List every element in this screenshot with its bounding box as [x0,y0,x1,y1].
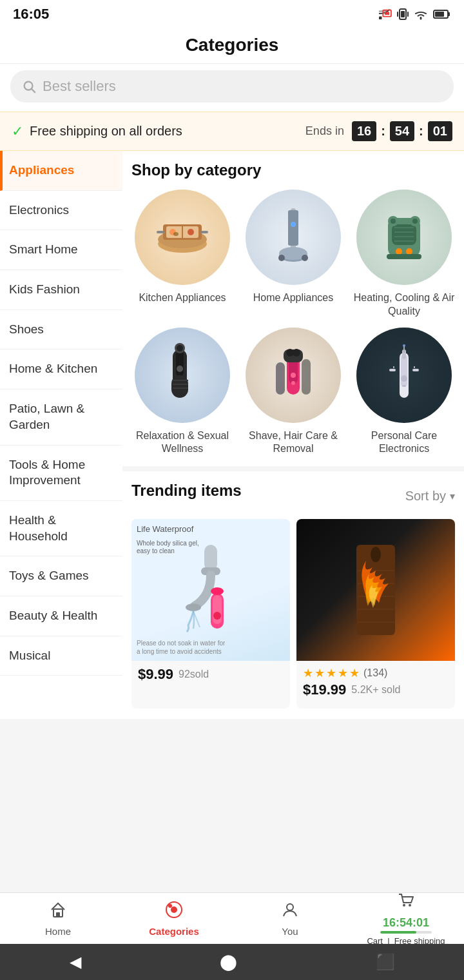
svg-rect-70 [389,369,396,371]
review-count-2: (134) [363,667,387,679]
star-1: ★ [303,666,313,680]
status-time: 16:05 [13,6,49,23]
svg-rect-76 [213,595,222,624]
svg-point-41 [412,219,418,224]
shipping-right: Ends in 16 : 54 : 01 [305,121,452,141]
sidebar-item-toys[interactable]: Toys & Games [0,556,122,596]
svg-point-37 [406,248,412,255]
recents-button[interactable]: ⬛ [376,953,395,971]
check-icon: ✓ [12,123,23,140]
search-bar-container: Best sellers [0,64,464,112]
sidebar-item-beauty[interactable]: Beauty & Health [0,596,122,636]
sort-by-button[interactable]: Sort by ▾ [405,489,455,504]
svg-rect-0 [379,17,382,20]
svg-point-51 [177,366,183,372]
sidebar-item-electronics[interactable]: Electronics [0,191,122,231]
category-label-home: Home Appliances [253,291,334,305]
home-button[interactable]: ⬤ [220,953,237,971]
sidebar-item-tools[interactable]: Tools & Home Improvement [0,446,122,501]
shop-section-title: Shop by category [131,161,455,179]
svg-rect-69 [414,366,415,368]
category-img-relaxation [135,328,230,423]
category-label-heating: Heating, Cooling & Air Quality [353,291,455,318]
back-button[interactable]: ◀ [70,953,81,971]
category-label-relaxation: Relaxation & Sexual Wellness [131,429,233,456]
cart-timer: 16:54:01 [383,916,429,930]
category-item-home[interactable]: Home Appliances [242,190,344,318]
product-info-2: ★ ★ ★ ★ ★ (134) $19.99 5.2K+ sold [296,661,455,709]
svg-rect-23 [288,210,298,246]
category-img-shave [246,328,341,423]
product-card-1[interactable]: Life Waterproof Whole body silica gel, e… [131,519,290,709]
cutting-board-illustration [343,532,408,648]
nav-home[interactable]: Home [0,893,116,944]
sidebar-item-appliances[interactable]: Appliances [0,151,122,191]
svg-rect-60 [276,362,285,395]
sidebar-item-home-kitchen[interactable]: Home & Kitchen [0,349,122,389]
main-layout: Appliances Electronics Smart Home Kids F… [0,151,464,719]
category-grid: Kitchen Appliances [131,190,455,456]
nav-you-label: You [282,926,298,937]
svg-point-74 [186,603,201,611]
sidebar-item-kids-fashion[interactable]: Kids Fashion [0,270,122,310]
svg-rect-9 [435,12,444,17]
sidebar: Appliances Electronics Smart Home Kids F… [0,151,122,719]
star-3: ★ [326,666,336,680]
category-item-kitchen[interactable]: Kitchen Appliances [131,190,233,318]
svg-rect-87 [56,912,60,917]
sidebar-item-patio[interactable]: Patio, Lawn & Garden [0,389,122,445]
shipping-left: ✓ Free shipping on all orders [12,123,182,140]
category-item-personal[interactable]: Personal Care Electronics [353,328,455,456]
product-card-2[interactable]: ★ ★ ★ ★ ★ (134) $19.99 5.2K+ sold [296,519,455,709]
svg-rect-45 [171,375,188,398]
svg-rect-5 [397,12,398,17]
svg-point-36 [396,248,402,255]
cart-timer-bar [380,931,432,934]
battery-icon [433,9,451,19]
sidebar-item-musical[interactable]: Musical [0,636,122,676]
star-2: ★ [314,666,325,680]
faucet-illustration [175,545,246,635]
product-stars-2: ★ ★ ★ ★ ★ (134) [303,666,449,680]
svg-point-47 [177,345,183,351]
svg-point-58 [291,381,295,385]
search-icon [22,79,36,93]
shop-section: Shop by category [122,151,464,466]
products-grid: Life Waterproof Whole body silica gel, e… [131,519,455,709]
svg-point-66 [401,375,407,382]
product-price-2: $19.99 [303,681,346,698]
svg-point-90 [168,904,172,908]
vibrate-icon [397,8,409,21]
search-input-wrap[interactable]: Best sellers [10,70,454,103]
sidebar-item-shoes[interactable]: Shoes [0,310,122,350]
status-icons [378,8,451,21]
category-item-relaxation[interactable]: Relaxation & Sexual Wellness [131,328,233,456]
page-title: Categories [0,35,464,55]
svg-line-11 [32,89,35,92]
category-item-heating[interactable]: Heating, Cooling & Air Quality [353,190,455,318]
cart-timer-fill [380,931,416,934]
product-sold-2: 5.2K+ sold [351,684,400,696]
svg-point-77 [211,587,224,595]
svg-point-40 [391,219,396,224]
svg-rect-68 [412,369,419,371]
product-sold-1: 92sold [179,669,209,680]
android-nav: ◀ ⬤ ⬛ [0,944,464,980]
category-label-shave: Shave, Hair Care & Removal [242,429,344,456]
product-info-1: $9.99 92sold [131,661,290,693]
sidebar-item-smart-home[interactable]: Smart Home [0,230,122,270]
trending-header: Trending items Sort by ▾ [131,482,455,510]
product-price-1: $9.99 [138,666,173,683]
product-badge-sub-1: Whole body silica gel, easy to clean [137,540,214,555]
star-4: ★ [338,666,348,680]
nav-categories[interactable]: Categories [116,893,232,944]
svg-point-27 [278,255,285,261]
person-icon [281,901,299,923]
sidebar-item-health[interactable]: Health & Household [0,501,122,556]
star-half: ★ [349,666,360,680]
nav-cart[interactable]: 16:54:01 Cart | Free shipping [348,893,464,944]
nav-you[interactable]: You [232,893,348,944]
category-item-shave[interactable]: Shave, Hair Care & Removal [242,328,344,456]
category-img-heating [356,190,452,285]
svg-point-80 [371,547,381,562]
